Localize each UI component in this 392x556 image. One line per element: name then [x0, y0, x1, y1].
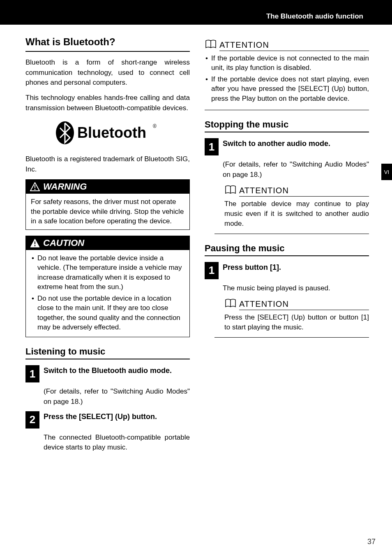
page-number: 37: [367, 537, 376, 546]
step-body: The connected Bluetooth-compatible porta…: [44, 433, 190, 453]
step-number: 1: [25, 365, 39, 382]
paragraph: Bluetooth is a form of short-range wirel…: [25, 58, 190, 88]
caution-header: CAUTION: [26, 236, 189, 250]
step-number: 2: [25, 411, 39, 429]
heading-what-is-bluetooth: What is Bluetooth?: [25, 36, 190, 48]
step-body: (For details, refer to "Switching Audio …: [44, 387, 190, 407]
trademark-text: Bluetooth is a registered trademark of B…: [25, 154, 190, 174]
warning-label: WARNING: [43, 181, 87, 192]
warning-box: WARNING For safety reasons, the driver m…: [25, 179, 190, 229]
heading-stopping: Stopping the music: [205, 119, 369, 130]
step-body: The music being played is paused.: [223, 283, 369, 294]
right-column: ATTENTION If the portable device is not …: [205, 36, 369, 457]
heading-pausing: Pausing the music: [205, 243, 369, 254]
caution-box: CAUTION Do not leave the portable device…: [25, 236, 190, 338]
step-row: 2 Press the [SELECT] (Up) button.: [25, 411, 190, 429]
step-body: (For details, refer to "Switching Audio …: [223, 160, 369, 180]
caution-triangle-icon: [30, 239, 40, 248]
caution-bullet: Do not use the portable device in a loca…: [31, 294, 184, 332]
book-icon: [224, 298, 237, 308]
step-number: 1: [205, 262, 219, 279]
attention-label: ATTENTION: [219, 40, 369, 51]
caution-bullet: Do not leave the portable device inside …: [31, 253, 184, 292]
rule: [205, 132, 369, 132]
side-tab: VI: [381, 164, 392, 180]
warning-triangle-icon: [30, 182, 40, 191]
book-icon: [224, 184, 237, 195]
svg-point-6: [35, 245, 36, 246]
attention-body: Press the [SELECT] (Up) button or button…: [224, 313, 369, 337]
warning-header: WARNING: [26, 180, 189, 194]
rule: [25, 359, 190, 359]
left-column: What is Bluetooth? Bluetooth is a form o…: [25, 36, 190, 457]
step-title: Switch to the Bluetooth audio mode.: [44, 365, 172, 375]
svg-text:Bluetooth: Bluetooth: [77, 124, 146, 141]
attention-block: ATTENTION If the portable device is not …: [205, 39, 369, 110]
rule: [25, 51, 190, 52]
step-number: 1: [205, 138, 219, 155]
book-icon: [205, 39, 217, 49]
attention-label: ATTENTION: [239, 186, 369, 197]
step-title: Press button [1].: [223, 262, 281, 272]
caution-label: CAUTION: [43, 238, 84, 248]
attention-bullet: If the portable device does not start pl…: [205, 74, 369, 103]
step-title: Press the [SELECT] (Up) button.: [44, 411, 157, 422]
attention-label: ATTENTION: [239, 299, 369, 310]
warning-body: For safety reasons, the driver must not …: [26, 194, 189, 229]
paragraph: This technology enables hands-free calli…: [25, 93, 190, 113]
step-title: Switch to another audio mode.: [223, 138, 330, 148]
step-row: 1 Switch to another audio mode.: [205, 138, 369, 155]
bluetooth-logo: Bluetooth ®: [25, 120, 190, 147]
svg-text:®: ®: [153, 123, 157, 129]
svg-point-4: [35, 189, 36, 190]
attention-body: The portable device may continue to play…: [224, 199, 369, 234]
header-bar: The Bluetooth audio function: [0, 0, 392, 25]
attention-bullet: If the portable device is not connected …: [205, 53, 369, 73]
rule: [205, 255, 369, 256]
caution-body: Do not leave the portable device inside …: [26, 250, 189, 337]
attention-block: ATTENTION Press the [SELECT] (Up) button…: [214, 298, 369, 338]
header-section-title: The Bluetooth audio function: [266, 12, 363, 21]
step-row: 1 Switch to the Bluetooth audio mode.: [25, 365, 190, 382]
bluetooth-logo-icon: Bluetooth ®: [54, 120, 161, 145]
step-row: 1 Press button [1].: [205, 262, 369, 279]
attention-block: ATTENTION The portable device may contin…: [214, 184, 369, 234]
heading-listening: Listening to music: [25, 346, 190, 357]
